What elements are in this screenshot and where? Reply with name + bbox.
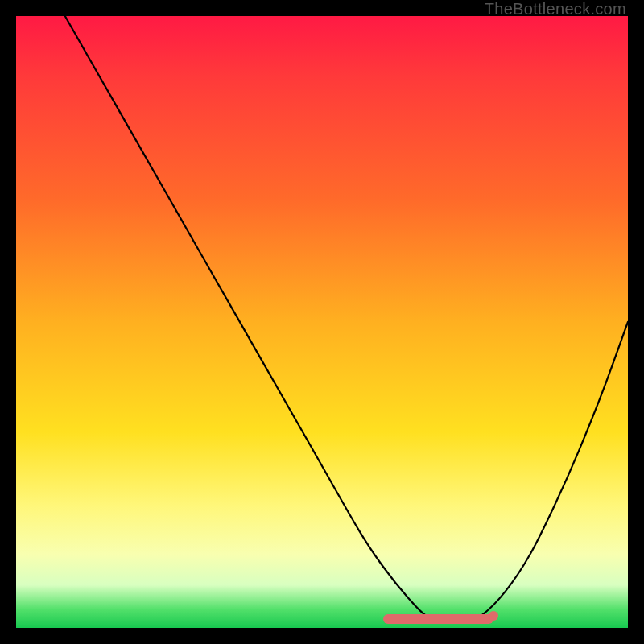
bottleneck-curve bbox=[16, 16, 628, 628]
plot-area bbox=[16, 16, 628, 628]
optimum-dot-marker bbox=[489, 611, 498, 621]
curve-path bbox=[16, 16, 628, 622]
chart-frame: TheBottleneck.com bbox=[0, 0, 644, 644]
optimum-band-marker bbox=[383, 614, 493, 624]
